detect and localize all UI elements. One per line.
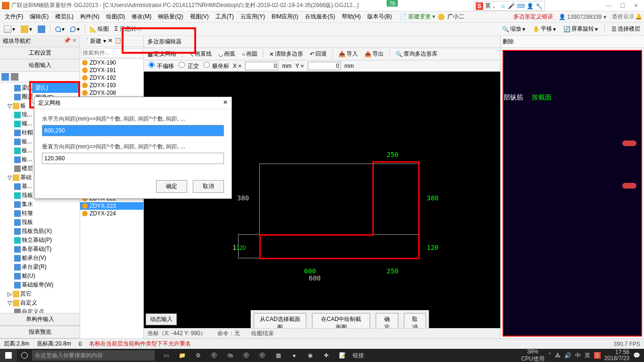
pin-icon[interactable]: 📌 ✕ bbox=[64, 37, 77, 45]
define-grid-button[interactable]: ▦ 定义网格 bbox=[146, 49, 178, 59]
tree-node[interactable]: ▷其它 bbox=[1, 289, 79, 298]
list-item[interactable]: ZDYX-223 bbox=[80, 202, 143, 210]
app-icon-3[interactable]: ● bbox=[287, 349, 302, 362]
cortana-button[interactable] bbox=[17, 352, 32, 359]
menu-modify[interactable]: 修改(M) bbox=[129, 12, 154, 22]
app-icon-1[interactable]: ⚙ bbox=[190, 349, 206, 362]
list-item[interactable]: ZDYX-190 bbox=[80, 59, 143, 66]
menu-tools[interactable]: 工具(T) bbox=[213, 12, 237, 22]
task-view-icon[interactable]: ▭ bbox=[158, 349, 173, 362]
undo-polygon-button[interactable]: ↶ 回退 bbox=[308, 49, 329, 59]
draw-line-button[interactable]: ＼ 画直线 bbox=[186, 49, 214, 59]
notification-center-icon[interactable]: 💬 bbox=[633, 352, 640, 359]
start-button[interactable] bbox=[0, 349, 17, 362]
menu-bim[interactable]: BIM应用(I) bbox=[269, 12, 301, 22]
menu-help[interactable]: 帮助(H) bbox=[339, 12, 364, 22]
list-item[interactable]: ZDYX-191 bbox=[80, 66, 143, 74]
open-file-button[interactable]: ▾ bbox=[19, 25, 34, 34]
draw-arc-button[interactable]: ◡ 画弧 bbox=[216, 49, 237, 59]
dialog-cancel-button[interactable]: 取消 bbox=[193, 180, 224, 193]
ie-icon[interactable]: ⓔ bbox=[255, 349, 270, 362]
menu-view[interactable]: 视图(V) bbox=[187, 12, 212, 22]
tray-sogou-icon[interactable]: S bbox=[594, 352, 601, 359]
redo-button[interactable]: ▾ bbox=[68, 25, 82, 33]
horizontal-spacing-input[interactable] bbox=[42, 125, 224, 136]
tree-node[interactable]: 桩(U) bbox=[1, 272, 79, 280]
menu-version[interactable]: 版本号(B) bbox=[364, 12, 395, 22]
menu-draw[interactable]: 绘图(D) bbox=[103, 12, 128, 22]
tree-node[interactable]: 桩承台(V) bbox=[1, 254, 79, 263]
clear-polygon-button[interactable]: ✕ 清除多边形 bbox=[267, 49, 305, 59]
radio-ortho[interactable]: 正交 bbox=[178, 62, 198, 70]
radio-polar[interactable]: 极坐标 bbox=[203, 62, 229, 70]
tree-node[interactable]: 承台梁(R) bbox=[1, 263, 79, 272]
dialog-ok-button[interactable]: 确定 bbox=[156, 180, 187, 193]
menu-floor[interactable]: 楼层(L) bbox=[52, 12, 76, 22]
dynamic-input-button[interactable]: 动态输入 bbox=[146, 313, 177, 325]
mic-icon[interactable]: 🎤 bbox=[508, 3, 515, 9]
taskbar-search[interactable]: 在这里输入你要搜索的内容 bbox=[32, 350, 155, 361]
section-preview[interactable]: 部纵筋 按截面 bbox=[503, 50, 642, 337]
tree-node[interactable]: 基础板带(W) bbox=[1, 280, 79, 289]
mini-icon-1[interactable] bbox=[1, 73, 9, 81]
undo-button[interactable]: ▾ bbox=[53, 25, 66, 33]
delete-row[interactable]: 删除 bbox=[501, 36, 644, 48]
credit-display[interactable]: 造价豆:0 🔔 bbox=[612, 13, 642, 21]
tree-node[interactable]: 筏板 bbox=[1, 218, 79, 227]
cpu-meter[interactable]: 38%CPU使用 bbox=[521, 348, 544, 362]
dialog-titlebar[interactable]: 定义网格 ✕ bbox=[34, 97, 231, 109]
app-icon-2[interactable]: ▦ bbox=[271, 349, 286, 362]
tree-node[interactable]: 柱墩 bbox=[1, 209, 79, 218]
search-input[interactable] bbox=[81, 48, 142, 58]
tree-node[interactable]: ▽自定义 bbox=[1, 298, 79, 307]
list-item[interactable]: ZDYX-208 bbox=[80, 89, 143, 97]
ime-toolbar[interactable]: S 英 。 ☺ 🎤 ⌨ 👤 🔧 bbox=[473, 1, 545, 11]
summary-button[interactable]: Σ 汇总计... bbox=[113, 24, 143, 34]
import-button[interactable]: 📥 导入 bbox=[337, 49, 360, 59]
vertical-spacing-input[interactable] bbox=[42, 153, 224, 164]
export-button[interactable]: 📤 导出 bbox=[363, 49, 386, 59]
tree-node[interactable]: 集水 bbox=[1, 200, 79, 209]
person-icon[interactable]: 👤 bbox=[527, 3, 534, 9]
tray-ime-icon[interactable]: 英 bbox=[585, 352, 590, 360]
edge2-icon[interactable]: ⓔ bbox=[239, 349, 254, 362]
menu-online[interactable]: 在线服务(S) bbox=[302, 12, 338, 22]
app-icon-6[interactable]: 📝 bbox=[335, 349, 350, 362]
phone-number[interactable]: 👤 13907298339 ▾ bbox=[559, 14, 606, 20]
tab-report-preview[interactable]: 报表预览 bbox=[0, 326, 80, 338]
keyboard-icon[interactable]: ⌨ bbox=[517, 3, 525, 9]
tree-node[interactable]: 独立基础(P) bbox=[1, 236, 79, 245]
clock[interactable]: 17:562018/7/23 bbox=[604, 349, 629, 362]
menu-rebar[interactable]: 钢筋量(Q) bbox=[155, 12, 186, 22]
menu-cloud[interactable]: 云应用(Y) bbox=[238, 12, 268, 22]
list-item[interactable]: ZDYX-193 bbox=[80, 82, 143, 89]
maximize-button[interactable]: ☐ bbox=[620, 2, 625, 9]
menu-edit[interactable]: 编辑(E) bbox=[27, 12, 51, 22]
close-button[interactable]: ✕ bbox=[634, 2, 638, 9]
mini-icon-2[interactable] bbox=[11, 73, 18, 81]
select-floor-button[interactable]: ☰ 选择楼层 bbox=[610, 24, 642, 34]
notification-badge[interactable]: 76 bbox=[387, 0, 398, 7]
settings-icon[interactable]: 🔧 bbox=[536, 3, 543, 9]
link-label[interactable]: 链接 bbox=[351, 349, 366, 362]
pan-button[interactable]: ✋ 平移 ▾ bbox=[531, 24, 558, 34]
tree-node[interactable]: 筏板负筋(X) bbox=[1, 227, 79, 236]
copy-item-button[interactable]: 📋 bbox=[115, 37, 122, 45]
tray-network-icon[interactable]: 🖧 bbox=[555, 352, 561, 359]
x-input[interactable] bbox=[245, 62, 278, 70]
tray-up-icon[interactable]: ˄ bbox=[548, 352, 551, 359]
save-button[interactable] bbox=[36, 25, 47, 34]
tree-node[interactable]: 条形基础(T) bbox=[1, 245, 79, 254]
app-icon-4[interactable]: ◉ bbox=[303, 349, 318, 362]
app-icon-5[interactable]: ✚ bbox=[319, 349, 334, 362]
tray-volume-icon[interactable]: 🔊 bbox=[564, 352, 571, 359]
draw-circle-button[interactable]: ○ 画圆 bbox=[240, 49, 259, 59]
delete-item-button[interactable]: ✕ bbox=[108, 37, 113, 45]
new-file-button[interactable]: ▾ bbox=[2, 25, 17, 34]
tab-draw-input[interactable]: 绘图输入 bbox=[0, 59, 80, 72]
radio-no-offset[interactable]: 不偏移 bbox=[148, 62, 174, 70]
list-item[interactable]: ZDYX-224 bbox=[80, 210, 143, 217]
tree-node[interactable]: 自定义点 bbox=[1, 307, 79, 313]
minimize-button[interactable]: — bbox=[606, 2, 611, 9]
menu-component[interactable]: 构件(N) bbox=[77, 12, 102, 22]
